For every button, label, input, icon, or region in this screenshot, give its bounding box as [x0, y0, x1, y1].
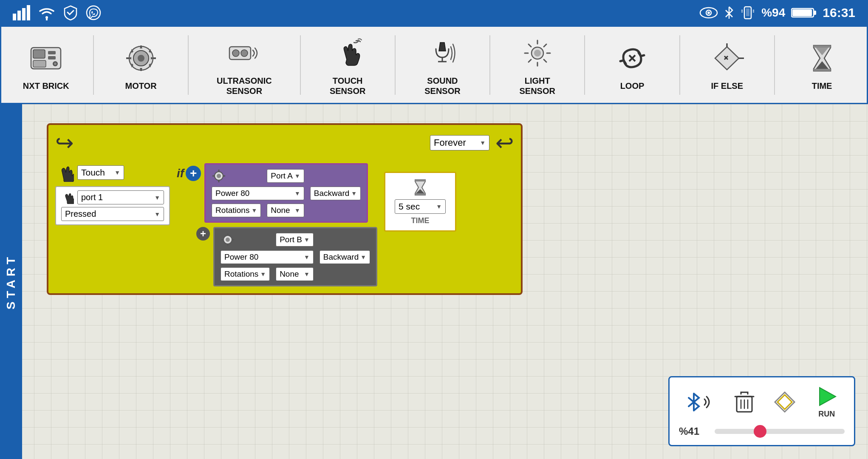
toolbar-item-sound[interactable]: SOUND SENSOR [408, 31, 476, 99]
time-value: 5 sec [399, 201, 420, 212]
motor2-rot-dropdown[interactable]: Rotations ▼ [221, 267, 270, 281]
motor1-power-dropdown[interactable]: Power 80 ▼ [212, 187, 304, 200]
svg-rect-10 [746, 8, 749, 16]
svg-point-60 [226, 238, 230, 242]
bottom-control-panel: RUN %41 [668, 376, 855, 446]
motor-label: MOTOR [125, 81, 157, 91]
svg-line-43 [544, 60, 546, 62]
svg-rect-20 [48, 51, 56, 54]
gear-motor1-icon [212, 169, 226, 183]
divider-5 [489, 35, 490, 95]
divider-1 [93, 35, 94, 95]
main-programming-block: ↪ Forever ▼ ↩ [47, 123, 523, 295]
bluetooth-panel-icon [685, 391, 702, 413]
motor-icon [122, 39, 160, 77]
touch-type-dropdown[interactable]: Touch ▼ [77, 165, 124, 180]
toolbar-item-ultrasonic[interactable]: ULTRASONIC SENSOR [202, 31, 287, 99]
svg-rect-3 [27, 5, 30, 20]
forever-dropdown[interactable]: Forever ▼ [430, 135, 489, 150]
toolbar-item-nxt-brick[interactable]: NXT BRICK [12, 31, 80, 99]
time-block-icon [411, 178, 430, 197]
svg-rect-19 [33, 50, 45, 58]
motor2-power-dropdown[interactable]: Power 80 ▼ [221, 250, 314, 264]
toolbar-item-motor[interactable]: MOTOR [107, 31, 175, 99]
motor2-power: Power 80 [224, 252, 258, 262]
volume-slider[interactable] [715, 429, 845, 434]
shield-icon [63, 5, 78, 20]
battery-icon [791, 6, 817, 19]
svg-point-23 [54, 62, 57, 65]
return-arrow: ↩ [495, 130, 514, 156]
run-play-icon [815, 385, 838, 408]
toolbar-item-touch[interactable]: TOUCH SENSOR [314, 31, 382, 99]
time-block-label: TIME [411, 216, 430, 225]
motor1-rot: Rotations [215, 206, 249, 215]
time-value-dropdown[interactable]: 5 sec ▼ [395, 199, 446, 214]
motor1-rot-dropdown[interactable]: Rotations ▼ [212, 204, 261, 217]
control-icons-row: RUN [679, 385, 845, 419]
motor1-port-dropdown[interactable]: Port A ▼ [267, 169, 304, 183]
motor2-port: Port B [280, 235, 302, 244]
light-label: LIGHT SENSOR [519, 76, 555, 96]
motor2-none: None [280, 269, 299, 279]
motor2-rot: Rotations [224, 269, 258, 279]
if-add-button[interactable]: + [186, 166, 201, 181]
if-else-label: IF ELSE [711, 81, 743, 91]
touch-icon [328, 34, 367, 72]
svg-rect-24 [33, 60, 46, 67]
touch-label: TOUCH SENSOR [330, 76, 365, 96]
toolbar-item-light[interactable]: LIGHT SENSOR [503, 31, 571, 99]
run-button[interactable]: RUN [815, 385, 838, 419]
run-label: RUN [818, 410, 835, 419]
forever-arrow-icon: ▼ [480, 139, 486, 146]
slider-thumb[interactable] [754, 425, 766, 438]
bluetooth-button[interactable] [685, 391, 715, 413]
svg-point-46 [534, 50, 541, 57]
svg-rect-21 [48, 56, 56, 60]
light-icon [518, 34, 557, 72]
motor2-dir-dropdown[interactable]: Backward ▼ [319, 250, 370, 264]
svg-point-33 [232, 50, 239, 57]
status-right: %94 16:31 [699, 5, 855, 20]
ultrasonic-icon [225, 34, 263, 72]
svg-point-54 [217, 174, 221, 178]
svg-point-5 [87, 6, 100, 20]
toolbar: NXT BRICK MOTOR [0, 26, 868, 104]
trash-button[interactable] [734, 391, 755, 414]
divider-6 [584, 35, 585, 95]
motor1-none-dropdown[interactable]: None ▼ [267, 204, 304, 217]
wifi-icon [38, 5, 55, 20]
toolbar-item-if-else[interactable]: IF ELSE [693, 31, 761, 99]
motor2-add-button[interactable]: + [196, 227, 210, 241]
divider-2 [188, 35, 189, 95]
port-dropdown[interactable]: port 1 ▼ [77, 190, 164, 204]
svg-rect-16 [792, 9, 812, 16]
motor2-dir: Backward [323, 252, 359, 262]
svg-rect-2 [22, 8, 25, 20]
motor2-port-dropdown[interactable]: Port B ▼ [276, 233, 314, 246]
status-bar: %94 16:31 [0, 0, 868, 26]
whatsapp-icon [86, 5, 101, 20]
percent-label: %41 [679, 425, 709, 437]
divider-4 [395, 35, 396, 95]
touch-sensor-block-icon [55, 163, 74, 182]
motor2-none-dropdown[interactable]: None ▼ [276, 267, 314, 281]
gear-motor2-icon [221, 232, 235, 247]
svg-point-8 [707, 11, 710, 14]
toolbar-item-loop[interactable]: LOOP [598, 31, 666, 99]
toolbar-item-time[interactable]: TIME [788, 31, 856, 99]
condition-dropdown[interactable]: Pressed ▼ [61, 207, 164, 221]
svg-line-42 [529, 44, 531, 47]
time-label: TIME [812, 81, 832, 91]
motor1-dir: Backward [314, 189, 349, 198]
eye-icon [699, 6, 718, 19]
motor1-dir-dropdown[interactable]: Backward ▼ [310, 187, 361, 200]
status-left [13, 5, 101, 20]
rotate-button[interactable] [773, 391, 796, 414]
port-label: port 1 [81, 193, 103, 202]
ultrasonic-label: ULTRASONIC SENSOR [217, 76, 272, 96]
sound-label: SOUND SENSOR [424, 76, 460, 96]
percent-slider-row: %41 [679, 425, 845, 437]
time-icon [803, 39, 841, 77]
if-else-icon [708, 39, 746, 77]
